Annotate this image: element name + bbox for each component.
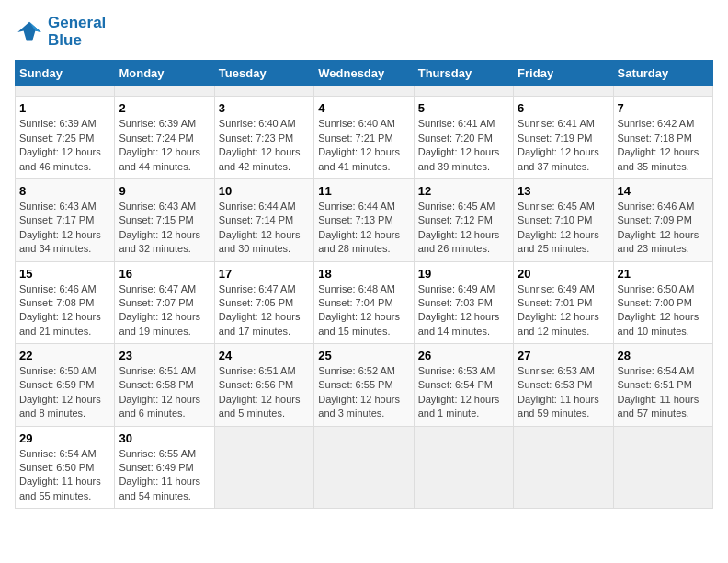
logo-icon — [15, 17, 44, 47]
day-info: Sunrise: 6:54 AM Sunset: 6:50 PM Dayligh… — [19, 447, 110, 504]
day-info: Sunrise: 6:50 AM Sunset: 6:59 PM Dayligh… — [19, 364, 110, 421]
day-info: Sunrise: 6:46 AM Sunset: 7:08 PM Dayligh… — [19, 282, 110, 339]
calendar-cell — [514, 86, 613, 97]
day-number: 25 — [318, 349, 409, 362]
calendar-cell: 11Sunrise: 6:44 AM Sunset: 7:13 PM Dayli… — [314, 178, 414, 261]
day-number: 27 — [518, 349, 609, 362]
day-number: 7 — [618, 101, 709, 115]
day-info: Sunrise: 6:53 AM Sunset: 6:54 PM Dayligh… — [418, 364, 509, 421]
day-number: 20 — [518, 267, 609, 281]
calendar-week-6: 29Sunrise: 6:54 AM Sunset: 6:50 PM Dayli… — [16, 426, 713, 509]
day-info: Sunrise: 6:40 AM Sunset: 7:23 PM Dayligh… — [219, 117, 310, 174]
calendar-week-5: 22Sunrise: 6:50 AM Sunset: 6:59 PM Dayli… — [16, 344, 713, 427]
day-info: Sunrise: 6:43 AM Sunset: 7:17 PM Dayligh… — [19, 200, 110, 257]
day-number: 10 — [219, 184, 310, 198]
day-info: Sunrise: 6:40 AM Sunset: 7:21 PM Dayligh… — [318, 117, 409, 174]
calendar-cell: 15Sunrise: 6:46 AM Sunset: 7:08 PM Dayli… — [16, 261, 115, 344]
calendar-cell: 9Sunrise: 6:43 AM Sunset: 7:15 PM Daylig… — [115, 178, 214, 261]
weekday-header-friday: Friday — [514, 61, 613, 86]
calendar-cell: 16Sunrise: 6:47 AM Sunset: 7:07 PM Dayli… — [115, 261, 214, 344]
day-info: Sunrise: 6:47 AM Sunset: 7:05 PM Dayligh… — [219, 282, 310, 339]
day-info: Sunrise: 6:49 AM Sunset: 7:01 PM Dayligh… — [518, 282, 609, 339]
day-info: Sunrise: 6:41 AM Sunset: 7:20 PM Dayligh… — [418, 117, 509, 174]
calendar-cell: 1Sunrise: 6:39 AM Sunset: 7:25 PM Daylig… — [16, 97, 115, 179]
calendar-cell: 8Sunrise: 6:43 AM Sunset: 7:17 PM Daylig… — [16, 178, 115, 261]
day-number: 5 — [418, 101, 509, 115]
day-info: Sunrise: 6:48 AM Sunset: 7:04 PM Dayligh… — [318, 282, 409, 339]
calendar-cell: 26Sunrise: 6:53 AM Sunset: 6:54 PM Dayli… — [414, 344, 513, 427]
calendar-week-1 — [16, 86, 713, 97]
calendar-cell: 5Sunrise: 6:41 AM Sunset: 7:20 PM Daylig… — [414, 97, 513, 179]
day-number: 2 — [119, 101, 210, 115]
calendar-cell: 3Sunrise: 6:40 AM Sunset: 7:23 PM Daylig… — [214, 97, 313, 179]
day-info: Sunrise: 6:55 AM Sunset: 6:49 PM Dayligh… — [119, 447, 210, 504]
calendar-cell — [314, 86, 414, 97]
calendar-cell: 28Sunrise: 6:54 AM Sunset: 6:51 PM Dayli… — [613, 344, 712, 427]
calendar-header: SundayMondayTuesdayWednesdayThursdayFrid… — [16, 61, 713, 86]
calendar-cell: 7Sunrise: 6:42 AM Sunset: 7:18 PM Daylig… — [613, 97, 712, 179]
day-number: 23 — [119, 349, 210, 362]
calendar-cell: 18Sunrise: 6:48 AM Sunset: 7:04 PM Dayli… — [314, 261, 414, 344]
day-number: 15 — [19, 267, 110, 281]
calendar-cell: 20Sunrise: 6:49 AM Sunset: 7:01 PM Dayli… — [514, 261, 613, 344]
day-info: Sunrise: 6:53 AM Sunset: 6:53 PM Dayligh… — [518, 364, 609, 421]
calendar-cell — [514, 426, 613, 509]
day-number: 18 — [318, 267, 409, 281]
calendar-cell: 29Sunrise: 6:54 AM Sunset: 6:50 PM Dayli… — [16, 426, 115, 509]
calendar-cell — [16, 86, 115, 97]
day-info: Sunrise: 6:45 AM Sunset: 7:10 PM Dayligh… — [518, 200, 609, 257]
calendar-cell: 14Sunrise: 6:46 AM Sunset: 7:09 PM Dayli… — [613, 178, 712, 261]
weekday-header-monday: Monday — [115, 61, 214, 86]
day-number: 3 — [219, 101, 310, 115]
day-number: 28 — [618, 349, 709, 362]
weekday-header-saturday: Saturday — [613, 61, 712, 86]
day-number: 8 — [19, 184, 110, 198]
day-number: 29 — [19, 431, 110, 445]
day-info: Sunrise: 6:39 AM Sunset: 7:25 PM Dayligh… — [19, 117, 110, 174]
day-info: Sunrise: 6:43 AM Sunset: 7:15 PM Dayligh… — [119, 200, 210, 257]
day-number: 14 — [618, 184, 709, 198]
calendar-week-4: 15Sunrise: 6:46 AM Sunset: 7:08 PM Dayli… — [16, 261, 713, 344]
day-number: 24 — [219, 349, 310, 362]
day-info: Sunrise: 6:47 AM Sunset: 7:07 PM Dayligh… — [119, 282, 210, 339]
logo: General Blue — [15, 15, 106, 49]
weekday-header-wednesday: Wednesday — [314, 61, 414, 86]
calendar-cell — [414, 426, 513, 509]
calendar-cell — [115, 86, 214, 97]
calendar-week-3: 8Sunrise: 6:43 AM Sunset: 7:17 PM Daylig… — [16, 178, 713, 261]
day-info: Sunrise: 6:52 AM Sunset: 6:55 PM Dayligh… — [318, 364, 409, 421]
calendar-cell: 10Sunrise: 6:44 AM Sunset: 7:14 PM Dayli… — [214, 178, 313, 261]
calendar-week-2: 1Sunrise: 6:39 AM Sunset: 7:25 PM Daylig… — [16, 97, 713, 179]
day-info: Sunrise: 6:45 AM Sunset: 7:12 PM Dayligh… — [418, 200, 509, 257]
weekday-header-sunday: Sunday — [16, 61, 115, 86]
calendar-cell — [613, 426, 712, 509]
calendar-cell: 27Sunrise: 6:53 AM Sunset: 6:53 PM Dayli… — [514, 344, 613, 427]
day-info: Sunrise: 6:46 AM Sunset: 7:09 PM Dayligh… — [618, 200, 709, 257]
day-info: Sunrise: 6:49 AM Sunset: 7:03 PM Dayligh… — [418, 282, 509, 339]
calendar-cell: 24Sunrise: 6:51 AM Sunset: 6:56 PM Dayli… — [214, 344, 313, 427]
calendar-cell: 22Sunrise: 6:50 AM Sunset: 6:59 PM Dayli… — [16, 344, 115, 427]
calendar-cell — [314, 426, 414, 509]
weekday-header-thursday: Thursday — [414, 61, 513, 86]
calendar-cell: 19Sunrise: 6:49 AM Sunset: 7:03 PM Dayli… — [414, 261, 513, 344]
calendar-cell: 25Sunrise: 6:52 AM Sunset: 6:55 PM Dayli… — [314, 344, 414, 427]
day-number: 1 — [19, 101, 110, 115]
calendar-cell: 6Sunrise: 6:41 AM Sunset: 7:19 PM Daylig… — [514, 97, 613, 179]
weekday-header-tuesday: Tuesday — [214, 61, 313, 86]
day-number: 16 — [119, 267, 210, 281]
day-number: 17 — [219, 267, 310, 281]
calendar-cell: 4Sunrise: 6:40 AM Sunset: 7:21 PM Daylig… — [314, 97, 414, 179]
svg-marker-0 — [17, 21, 41, 40]
day-info: Sunrise: 6:51 AM Sunset: 6:56 PM Dayligh… — [219, 364, 310, 421]
day-info: Sunrise: 6:44 AM Sunset: 7:14 PM Dayligh… — [219, 200, 310, 257]
day-number: 13 — [518, 184, 609, 198]
day-number: 26 — [418, 349, 509, 362]
calendar-cell: 17Sunrise: 6:47 AM Sunset: 7:05 PM Dayli… — [214, 261, 313, 344]
day-info: Sunrise: 6:41 AM Sunset: 7:19 PM Dayligh… — [518, 117, 609, 174]
day-number: 30 — [119, 431, 210, 445]
day-number: 11 — [318, 184, 409, 198]
day-info: Sunrise: 6:51 AM Sunset: 6:58 PM Dayligh… — [119, 364, 210, 421]
page-header: General Blue — [15, 15, 713, 49]
calendar-cell: 2Sunrise: 6:39 AM Sunset: 7:24 PM Daylig… — [115, 97, 214, 179]
day-number: 22 — [19, 349, 110, 362]
